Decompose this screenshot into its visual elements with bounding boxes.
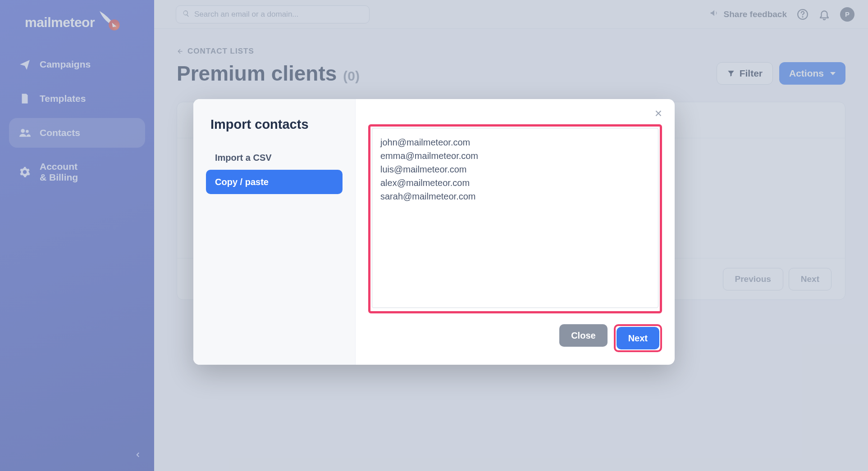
tab-copy-paste[interactable]: Copy / paste [206,170,343,194]
textarea-highlight [368,124,662,313]
modal-overlay: Import contacts Import a CSV Copy / past… [0,0,868,471]
modal-close-button[interactable]: Close [559,324,607,347]
paste-textarea[interactable] [372,128,658,308]
modal-sidebar: Import contacts Import a CSV Copy / past… [193,99,356,365]
modal-title: Import contacts [206,117,343,132]
import-contacts-modal: Import contacts Import a CSV Copy / past… [193,99,675,365]
modal-next-button[interactable]: Next [617,327,659,349]
close-icon[interactable]: × [652,107,665,120]
next-button-highlight: Next [614,324,662,352]
tab-import-csv[interactable]: Import a CSV [206,145,343,170]
modal-body: × Close Next [356,99,675,365]
